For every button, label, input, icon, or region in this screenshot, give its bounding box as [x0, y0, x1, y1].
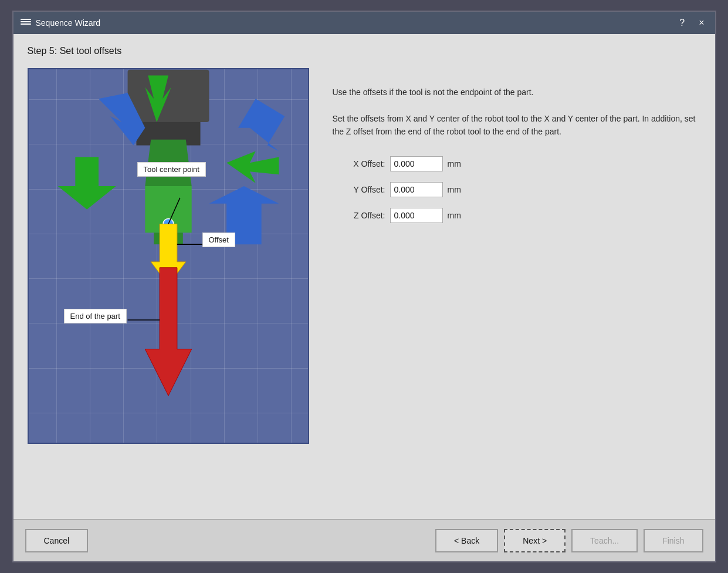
cancel-button[interactable]: Cancel [25, 529, 89, 552]
z-offset-unit: mm [448, 211, 461, 220]
z-offset-row: Z Offset: mm [344, 208, 701, 223]
svg-marker-10 [226, 151, 279, 184]
help-button[interactable]: ? [676, 17, 688, 29]
diagram-canvas: Tool center point Offset End of the part [28, 68, 309, 444]
content-area: Step 5: Set tool offsets [13, 34, 715, 519]
main-content: Tool center point Offset End of the part… [28, 68, 701, 507]
desc-line1: Use the offsets if the tool is not the e… [333, 86, 701, 99]
close-button[interactable]: × [695, 17, 707, 29]
svg-marker-6 [238, 99, 285, 151]
window-title: Sequence Wizard [36, 18, 101, 28]
teach-button: Teach... [571, 529, 638, 552]
step-title: Step 5: Set tool offsets [28, 46, 701, 56]
desc-line2: Set the offsets from X and Y center of t… [333, 112, 701, 139]
diagram-svg [29, 69, 308, 443]
title-bar-right: ? × [676, 17, 707, 29]
description-text: Use the offsets if the tool is not the e… [333, 86, 701, 139]
x-offset-label: X Offset: [344, 159, 385, 168]
right-panel: Use the offsets if the tool is not the e… [333, 68, 701, 507]
y-offset-row: Y Offset: mm [344, 182, 701, 197]
title-bar: Sequence Wizard ? × [13, 12, 715, 34]
svg-rect-0 [127, 70, 209, 122]
offset-fields: X Offset: mm Y Offset: mm Z Offset: [344, 156, 701, 223]
y-offset-unit: mm [448, 185, 461, 194]
offset-label-box: Offset [202, 232, 235, 247]
svg-marker-14 [145, 268, 191, 396]
x-offset-input[interactable] [390, 156, 443, 171]
x-offset-row: X Offset: mm [344, 156, 701, 171]
back-button[interactable]: < Back [435, 529, 498, 552]
svg-marker-8 [57, 157, 116, 209]
tool-center-point-label: Tool center point [137, 162, 206, 177]
z-offset-input[interactable] [390, 208, 443, 223]
x-offset-unit: mm [448, 159, 461, 168]
end-of-part-label: End of the part [64, 309, 127, 323]
diagram-area: Tool center point Offset End of the part [28, 68, 309, 444]
title-bar-left: Sequence Wizard [21, 18, 101, 28]
next-button[interactable]: Next > [504, 529, 566, 552]
footer: Cancel < Back Next > Teach... Finish [13, 519, 715, 561]
main-window: Sequence Wizard ? × Step 5: Set tool off… [12, 11, 716, 562]
y-offset-label: Y Offset: [344, 185, 385, 194]
finish-button: Finish [644, 529, 703, 552]
y-offset-input[interactable] [390, 182, 443, 197]
sequence-wizard-icon [21, 19, 31, 27]
z-offset-label: Z Offset: [344, 211, 385, 220]
